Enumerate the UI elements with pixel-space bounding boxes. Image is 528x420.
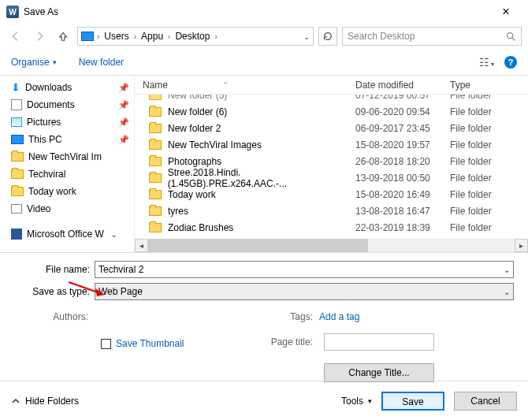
hide-folders-button[interactable]: Hide Folders (11, 396, 79, 407)
column-type[interactable]: Type (450, 80, 528, 91)
scroll-left-icon[interactable]: ◂ (135, 239, 148, 252)
folder-icon (149, 107, 162, 117)
tree-folder-video[interactable]: Video (11, 200, 134, 217)
dialog-footer: Hide Folders Tools▾ Save Cancel (0, 381, 528, 420)
file-date: 09-06-2020 09:54 (355, 106, 450, 117)
file-name: New folder (5) (168, 95, 227, 101)
address-bar[interactable]: › Users › Appu › Desktop › ⌄ (77, 27, 314, 46)
file-name: Zodiac Brushes (168, 222, 233, 233)
file-name: New folder 2 (168, 123, 221, 134)
page-title-label: Page title: (264, 336, 319, 348)
folder-icon (11, 187, 24, 196)
breadcrumb[interactable]: Desktop (173, 31, 211, 42)
breadcrumb[interactable]: Users (102, 31, 130, 42)
search-icon (505, 31, 516, 42)
file-date: 06-09-2017 23:45 (355, 123, 450, 134)
folder-icon (149, 124, 162, 133)
file-list: Name⌃ Date modified Type New folder (5)0… (134, 76, 528, 252)
file-type: File folder (450, 206, 528, 217)
file-name: New TechViral Images (168, 139, 262, 151)
new-folder-button[interactable]: New folder (79, 57, 124, 68)
list-row[interactable]: Today work15-08-2020 16:49File folder (135, 186, 528, 203)
file-type: File folder (450, 95, 528, 101)
list-row[interactable]: tyres13-08-2018 16:47File folder (135, 203, 528, 219)
chevron-down-icon[interactable]: ⌄ (504, 266, 510, 274)
folder-icon (149, 206, 162, 216)
list-row[interactable]: New folder (5)07-12-2019 00:57File folde… (135, 95, 528, 103)
chevron-down-icon: ⌄ (110, 229, 122, 240)
list-row[interactable]: Zodiac Brushes22-03-2019 18:39File folde… (135, 219, 528, 236)
list-row[interactable]: New folder 206-09-2017 23:45File folder (135, 120, 528, 136)
filetype-field[interactable]: Web Page ⌄ (95, 283, 514, 300)
list-row[interactable]: Stree.2018.Hindi.(1.45GB).PRE.x264.AAC.-… (135, 169, 528, 186)
tree-folder-today[interactable]: Today work (11, 183, 134, 200)
file-type: File folder (450, 123, 528, 134)
tree-pictures[interactable]: Pictures📌 (11, 113, 134, 131)
document-icon (11, 99, 22, 110)
page-title-input[interactable] (324, 333, 434, 351)
file-name: Today work (168, 189, 216, 200)
list-row[interactable]: New folder (6)09-06-2020 09:54File folde… (135, 103, 528, 120)
file-name: Stree.2018.Hindi.(1.45GB).PRE.x264.AAC.-… (168, 167, 355, 189)
pin-icon: 📌 (118, 100, 134, 110)
nav-bar: › Users › Appu › Desktop › ⌄ Search Desk… (0, 24, 528, 49)
refresh-button[interactable] (318, 27, 337, 46)
add-tag-link[interactable]: Add a tag (319, 311, 359, 322)
save-thumbnail-label[interactable]: Save Thumbnail (116, 338, 184, 349)
file-name: Photographs (168, 156, 221, 167)
save-button[interactable]: Save (381, 392, 444, 411)
close-button[interactable]: × (490, 0, 522, 24)
back-button[interactable] (6, 27, 25, 46)
command-bar: Organise ▾ New folder ☷ ▾ ? (0, 49, 528, 76)
scrollbar-thumb[interactable] (148, 239, 368, 252)
save-thumbnail-checkbox[interactable] (101, 339, 111, 349)
tree-this-pc[interactable]: This PC📌 (11, 131, 134, 148)
column-name[interactable]: Name⌃ (135, 80, 355, 91)
file-type: File folder (450, 156, 528, 167)
file-date: 13-08-2018 16:47 (355, 206, 450, 217)
filename-field[interactable]: Techviral 2 ⌄ (95, 261, 514, 278)
column-date[interactable]: Date modified (355, 80, 450, 91)
tree-documents[interactable]: Documents📌 (11, 96, 134, 113)
word-app-icon: W (6, 6, 19, 18)
chevron-right-icon: › (214, 32, 217, 41)
file-date: 22-03-2019 18:39 (355, 222, 450, 233)
file-type: File folder (450, 106, 528, 117)
folder-icon (149, 223, 162, 232)
file-date: 07-12-2019 00:57 (355, 95, 450, 101)
breadcrumb[interactable]: Appu (139, 31, 165, 42)
file-date: 15-08-2020 16:49 (355, 189, 450, 200)
horizontal-scrollbar[interactable]: ◂ ▸ (135, 239, 528, 252)
path-dropdown-icon[interactable]: ⌄ (303, 32, 310, 41)
window-title: Save As (24, 6, 58, 17)
scroll-right-icon[interactable]: ▸ (515, 239, 528, 252)
chevron-down-icon: ▾ (368, 397, 372, 405)
up-button[interactable] (54, 27, 73, 46)
chevron-down-icon: ▾ (53, 58, 57, 66)
file-type: File folder (450, 139, 528, 151)
cancel-button[interactable]: Cancel (454, 392, 517, 411)
tree-folder-ntv[interactable]: New TechViral Im (11, 148, 134, 165)
change-title-button[interactable]: Change Title... (324, 363, 434, 382)
folder-icon (11, 169, 24, 179)
folder-icon (149, 140, 162, 150)
filetype-value: Web Page (99, 286, 143, 297)
file-type: File folder (450, 222, 528, 233)
tree-folder-techviral[interactable]: Techviral (11, 165, 134, 183)
help-icon[interactable]: ? (504, 56, 517, 69)
chevron-down-icon[interactable]: ⌄ (504, 288, 510, 296)
filename-label: File name: (14, 264, 95, 275)
file-type: File folder (450, 189, 528, 200)
pictures-icon (11, 117, 22, 127)
folder-icon (149, 157, 162, 166)
list-row[interactable]: New TechViral Images15-08-2020 19:57File… (135, 136, 528, 153)
tree-word[interactable]: Microsoft Office W⌄ (11, 225, 134, 243)
file-date: 13-09-2018 00:50 (355, 173, 450, 184)
forward-button[interactable] (30, 27, 49, 46)
search-input[interactable]: Search Desktop (342, 27, 522, 46)
tools-dropdown[interactable]: Tools▾ (341, 396, 372, 407)
view-options-icon[interactable]: ☷ ▾ (479, 56, 493, 69)
folder-icon (149, 190, 162, 199)
organise-button[interactable]: Organise ▾ (11, 57, 57, 68)
tree-downloads[interactable]: ⬇Downloads📌 (11, 79, 134, 96)
